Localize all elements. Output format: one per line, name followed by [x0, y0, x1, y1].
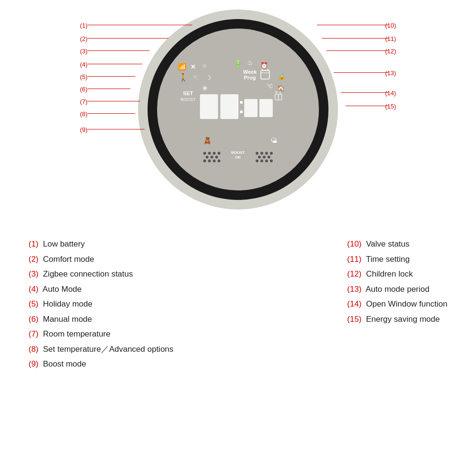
- legend-num-12: (12): [347, 269, 361, 278]
- svg-point-33: [213, 152, 216, 155]
- callout-5-num: (5): [80, 73, 88, 80]
- legend-label-11: Time setting: [366, 255, 410, 264]
- legend-label-13: Auto mode period: [366, 285, 429, 294]
- callout-1-line: [88, 25, 192, 25]
- legend-item-11: (11) Time setting: [347, 253, 447, 266]
- svg-point-44: [256, 152, 258, 155]
- device-face: 📶 ✕ ☼ 🔋 ♨ ⏰ 🚶 ☜ ☽: [157, 29, 319, 190]
- callout-2-line: [88, 38, 169, 39]
- legend-num-9: (9): [29, 359, 39, 368]
- callout-1-num: (1): [80, 22, 88, 29]
- legend-item-12: (12) Children lock: [347, 268, 447, 280]
- callout-2-num: (2): [80, 35, 88, 42]
- svg-point-40: [213, 159, 216, 162]
- callout-8-num: (8): [80, 110, 88, 118]
- callout-13-line: [334, 72, 388, 73]
- svg-point-47: [270, 152, 273, 155]
- callout-3-line: [88, 50, 149, 51]
- svg-text:BOOST: BOOST: [231, 150, 245, 155]
- legend-col-right: (10) Valve status (11) Time setting (12)…: [347, 238, 447, 370]
- callout-15-line: [346, 106, 388, 106]
- legend-num-10: (10): [347, 239, 361, 248]
- callout-13-num: (13): [385, 69, 396, 77]
- legend-num-11: (11): [347, 255, 361, 264]
- callout-11-num: (11): [385, 35, 396, 42]
- svg-text:Prog: Prog: [244, 75, 256, 80]
- callout-6-num: (6): [80, 86, 88, 93]
- legend-num-13: (13): [347, 285, 361, 294]
- svg-text:BOOST: BOOST: [180, 97, 196, 102]
- callout-7-num: (7): [80, 98, 88, 105]
- svg-point-41: [218, 159, 220, 162]
- callout-9-line: [88, 129, 145, 129]
- legend-item-1: (1) Low battery: [29, 238, 173, 250]
- legend-label-10: Valve status: [366, 239, 409, 248]
- legend-col-left: (1) Low battery (2) Comfort mode (3) Zig…: [29, 238, 173, 370]
- legend-item-5: (5) Holiday mode: [29, 298, 173, 310]
- svg-point-53: [265, 159, 268, 162]
- legend-label-9: Boost mode: [43, 359, 86, 368]
- legend-num-2: (2): [29, 255, 39, 264]
- legend-num-7: (7): [29, 329, 39, 338]
- legend-item-8: (8) Set temperature／Advanced options: [29, 343, 173, 356]
- legend-label-7: Room temperature: [43, 329, 110, 338]
- callout-12-num: (12): [385, 48, 396, 55]
- svg-point-48: [258, 156, 261, 159]
- legend-label-1: Low battery: [43, 239, 85, 248]
- svg-text:❄: ❄: [202, 85, 208, 92]
- callout-6-line: [88, 89, 130, 89]
- callout-10-num: (10): [385, 22, 396, 29]
- legend-label-3: Zigbee connection status: [43, 269, 133, 278]
- svg-rect-28: [259, 99, 273, 117]
- device-display-svg: 📶 ✕ ☼ 🔋 ♨ ⏰ 🚶 ☜ ☽: [157, 29, 319, 190]
- svg-point-34: [218, 152, 220, 155]
- device-diagram: 📶 ✕ ☼ 🔋 ♨ ⏰ 🚶 ☜ ☽: [138, 10, 338, 209]
- legend-item-6: (6) Manual mode: [29, 313, 173, 326]
- legend-label-12: Children lock: [366, 269, 413, 278]
- legend-num-14: (14): [347, 299, 361, 308]
- svg-rect-23: [200, 94, 218, 119]
- callout-7-line: [88, 101, 140, 101]
- legend-label-4: Auto Mode: [42, 285, 81, 294]
- legend-label-6: Manual mode: [43, 315, 92, 324]
- svg-text:SET: SET: [183, 90, 193, 96]
- svg-text:☜: ☜: [192, 73, 198, 81]
- legend-item-2: (2) Comfort mode: [29, 253, 173, 266]
- svg-point-49: [263, 156, 266, 159]
- callout-14-num: (14): [385, 89, 396, 97]
- svg-point-35: [206, 156, 208, 159]
- legend-label-15: Energy saving mode: [366, 315, 440, 324]
- callout-4-line: [88, 64, 142, 64]
- svg-text:🚶: 🚶: [178, 73, 188, 82]
- svg-rect-27: [244, 99, 258, 117]
- legend-item-7: (7) Room temperature: [29, 328, 173, 340]
- svg-text:✕: ✕: [190, 63, 196, 70]
- svg-text:OK: OK: [235, 155, 241, 159]
- svg-point-46: [265, 152, 268, 155]
- svg-point-25: [240, 101, 243, 104]
- legend-label-5: Holiday mode: [43, 299, 92, 308]
- svg-text:🔒: 🔒: [278, 72, 286, 80]
- device-outer-ring: 📶 ✕ ☼ 🔋 ♨ ⏰ 🚶 ☜ ☽: [138, 10, 338, 209]
- callout-8-line: [88, 113, 135, 114]
- svg-point-45: [260, 152, 263, 155]
- svg-point-51: [256, 159, 258, 162]
- svg-text:⏰: ⏰: [260, 61, 268, 69]
- callout-10-line: [317, 25, 388, 25]
- legend-label-2: Comfort mode: [43, 255, 94, 264]
- svg-text:🧸: 🧸: [203, 137, 212, 145]
- legend-num-3: (3): [29, 269, 39, 278]
- callout-11-line: [322, 38, 388, 39]
- legend-item-3: (3) Zigbee connection status: [29, 268, 173, 280]
- callout-4-num: (4): [80, 61, 88, 68]
- svg-point-39: [208, 159, 211, 162]
- legend-label-8: Set temperature／Advanced options: [43, 345, 173, 354]
- legend-item-15: (15) Energy saving mode: [347, 313, 447, 326]
- callout-12-line: [327, 50, 388, 51]
- legend-num-8: (8): [29, 345, 39, 354]
- legend-num-5: (5): [29, 299, 39, 308]
- svg-point-38: [203, 159, 206, 162]
- svg-point-50: [268, 156, 270, 159]
- legend-num-15: (15): [347, 315, 361, 324]
- svg-text:♨: ♨: [247, 59, 253, 66]
